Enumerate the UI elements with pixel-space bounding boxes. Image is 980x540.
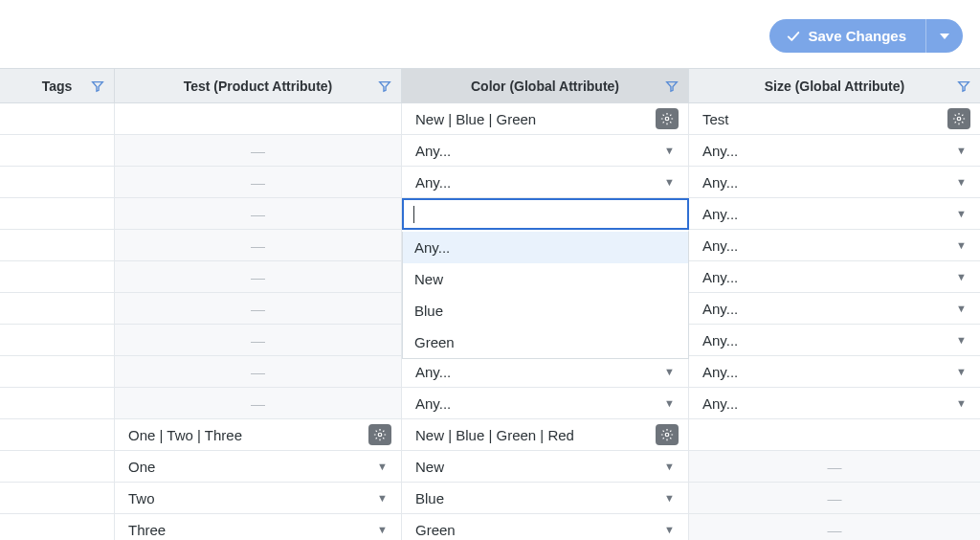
cell-value: Any... — [702, 332, 738, 349]
cell-test-header[interactable]: One | Two | Three — [115, 419, 402, 451]
cell-tags[interactable] — [0, 261, 115, 293]
header-color[interactable]: Color (Global Attribute) — [402, 69, 689, 103]
cell-tags[interactable] — [0, 483, 115, 514]
cell-value: Two — [128, 490, 155, 506]
check-icon — [787, 30, 800, 43]
cell-test-select[interactable]: Three▼ — [115, 514, 402, 540]
chevron-down-icon: ▼ — [956, 366, 967, 377]
option-label: Any... — [414, 239, 450, 256]
header-tags[interactable]: Tags — [0, 69, 115, 103]
table-row: — Any...▼ Any...▼ — [0, 135, 980, 167]
chevron-down-icon: ▼ — [664, 492, 675, 504]
cell-tags[interactable] — [0, 514, 115, 540]
cell-color-input[interactable] — [402, 198, 689, 230]
cell-size-select[interactable]: Any...▼ — [689, 388, 980, 419]
cell-test-select[interactable]: Two▼ — [115, 483, 402, 514]
cell-color-select[interactable]: Green▼ — [402, 514, 689, 540]
gear-button[interactable] — [368, 424, 391, 445]
header-size[interactable]: Size (Global Attribute) — [689, 69, 980, 103]
gear-button[interactable] — [656, 424, 679, 445]
gear-button[interactable] — [656, 108, 679, 129]
cell-size[interactable]: — — [689, 514, 980, 540]
svg-point-0 — [665, 117, 669, 121]
cell-test[interactable]: — — [115, 198, 402, 230]
cell-size-select[interactable]: Any...▼ — [689, 230, 980, 261]
save-dropdown-button[interactable] — [925, 19, 963, 53]
header-label: Tags — [42, 79, 73, 94]
header-label: Color (Global Attribute) — [471, 79, 619, 94]
cell-color-select[interactable]: Any...▼ — [402, 135, 689, 167]
dash: — — [702, 522, 967, 538]
dash: — — [702, 490, 967, 506]
filter-icon[interactable] — [957, 79, 970, 93]
cell-value: Any... — [702, 174, 738, 191]
cell-tags[interactable] — [0, 388, 115, 419]
cell-tags[interactable] — [0, 356, 115, 388]
chevron-down-icon — [940, 34, 949, 39]
gear-icon — [660, 428, 674, 441]
cell-value: Blue — [415, 490, 444, 506]
dropdown-option-green[interactable]: Green — [403, 326, 688, 358]
cell-size-select[interactable]: Any...▼ — [689, 167, 980, 198]
cell-test[interactable] — [115, 103, 402, 135]
cell-test[interactable]: — — [115, 167, 402, 198]
cell-color-select[interactable]: New▼ — [402, 451, 689, 483]
cell-test[interactable]: — — [115, 325, 402, 356]
cell-color-select[interactable]: Any...▼ — [402, 388, 689, 419]
cell-color-header[interactable]: New | Blue | Green | Red — [402, 419, 689, 451]
cell-test[interactable]: — — [115, 230, 402, 261]
cell-size[interactable]: — — [689, 483, 980, 514]
cell-color-select[interactable]: Blue▼ — [402, 483, 689, 514]
cell-size-select[interactable]: Any...▼ — [689, 293, 980, 325]
cell-test[interactable]: — — [115, 388, 402, 419]
cell-tags[interactable] — [0, 198, 115, 230]
chevron-down-icon: ▼ — [956, 176, 967, 188]
filter-icon[interactable] — [378, 79, 391, 93]
cell-size-select[interactable]: Any...▼ — [689, 198, 980, 230]
cell-value: New | Blue | Green | Red — [415, 427, 574, 443]
cell-size[interactable]: — — [689, 451, 980, 483]
dash: — — [128, 237, 388, 254]
dropdown-option-any[interactable]: Any... — [403, 232, 688, 263]
cell-tags[interactable] — [0, 419, 115, 451]
cell-test[interactable]: — — [115, 261, 402, 293]
cell-tags[interactable] — [0, 293, 115, 325]
cell-color-select[interactable]: Any...▼ — [402, 356, 689, 388]
cell-tags[interactable] — [0, 135, 115, 167]
cell-tags[interactable] — [0, 451, 115, 483]
chevron-down-icon: ▼ — [377, 461, 388, 472]
chevron-down-icon: ▼ — [664, 397, 675, 409]
cell-test-select[interactable]: One▼ — [115, 451, 402, 483]
cell-size-select[interactable]: Any...▼ — [689, 135, 980, 167]
chevron-down-icon: ▼ — [956, 397, 967, 409]
cell-size[interactable] — [689, 419, 980, 451]
dash: — — [128, 395, 388, 412]
cell-color-select[interactable]: Any...▼ — [402, 167, 689, 198]
cell-size-select[interactable]: Any...▼ — [689, 325, 980, 356]
table-row: — Any...▼ Any...▼ — [0, 356, 980, 388]
gear-icon — [952, 112, 966, 125]
filter-icon[interactable] — [665, 79, 679, 93]
gear-button[interactable] — [947, 108, 970, 129]
cell-test[interactable]: — — [115, 135, 402, 167]
dropdown-option-blue[interactable]: Blue — [403, 295, 688, 326]
cell-tags[interactable] — [0, 230, 115, 261]
cell-size-select[interactable]: Any...▼ — [689, 261, 980, 293]
chevron-down-icon: ▼ — [956, 271, 967, 282]
filter-icon[interactable] — [91, 79, 104, 93]
cell-test[interactable]: — — [115, 293, 402, 325]
cell-size-select[interactable]: Any...▼ — [689, 356, 980, 388]
cell-tags[interactable] — [0, 103, 115, 135]
cell-color-header[interactable]: New | Blue | Green — [402, 103, 689, 135]
cell-tags[interactable] — [0, 167, 115, 198]
dropdown-option-new[interactable]: New — [403, 263, 688, 295]
cell-test[interactable]: — — [115, 356, 402, 388]
cell-size-header[interactable]: Test — [689, 103, 980, 135]
table-row: One▼ New▼ — — [0, 451, 980, 483]
header-row: Tags Test (Product Attribute) Color (Glo… — [0, 69, 980, 103]
cell-tags[interactable] — [0, 325, 115, 356]
header-test[interactable]: Test (Product Attribute) — [115, 69, 402, 103]
chevron-down-icon: ▼ — [664, 176, 675, 188]
table-row: New | Blue | Green Test — [0, 103, 980, 135]
save-button[interactable]: Save Changes — [769, 19, 925, 53]
